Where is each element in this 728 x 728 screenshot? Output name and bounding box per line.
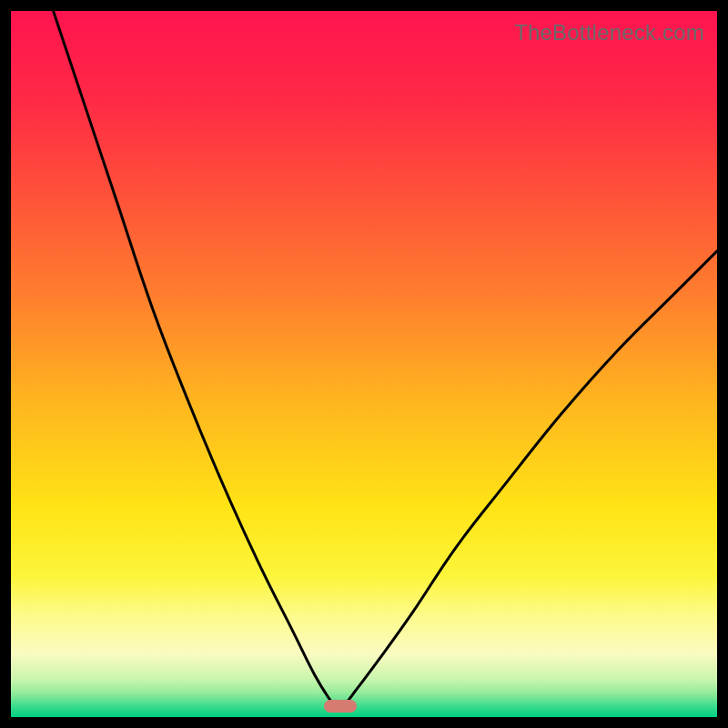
chart-container: TheBottleneck.com	[0, 0, 728, 728]
bottleneck-curve	[11, 11, 717, 717]
optimal-point-marker	[324, 700, 357, 713]
plot-area: TheBottleneck.com	[11, 11, 717, 717]
